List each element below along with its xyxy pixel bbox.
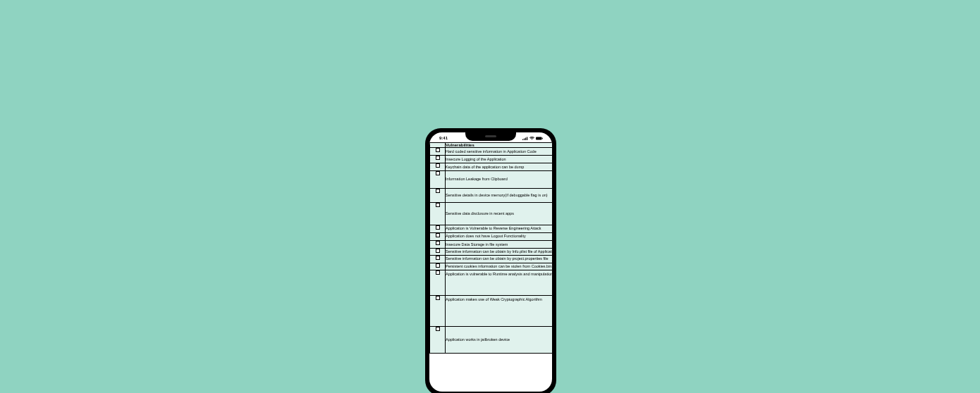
- vulnerabilities-table: Vulnerabilities Hard coded sensitive inf…: [429, 142, 552, 354]
- table-row: Application is Vulnerable to Reverse Eng…: [430, 225, 553, 232]
- battery-icon: [536, 137, 543, 140]
- vulnerability-text: Sensitive details in device memory(if de…: [446, 188, 553, 202]
- table-row: Sensitive data disclosure in recent apps: [430, 202, 553, 225]
- checkbox-cell[interactable]: [430, 148, 446, 156]
- vulnerability-text: Sensitive information can be obtain by p…: [446, 256, 553, 263]
- svg-rect-3: [527, 137, 527, 140]
- checkbox-icon[interactable]: [436, 189, 440, 193]
- checkbox-icon[interactable]: [436, 225, 440, 230]
- vulnerability-text: Sensitive data disclosure in recent apps: [446, 202, 553, 225]
- table-row: Application makes use of Weak Cryptograp…: [430, 295, 553, 326]
- svg-rect-2: [525, 137, 526, 140]
- header-check-col: [430, 143, 446, 148]
- checkbox-cell[interactable]: [430, 256, 446, 263]
- vulnerability-text: Application makes use of Weak Cryptograp…: [446, 295, 553, 326]
- signal-icon: [522, 137, 528, 140]
- vulnerability-text: Keychain data of the application can be …: [446, 163, 553, 171]
- wifi-icon: [529, 137, 534, 140]
- checkbox-cell[interactable]: [430, 171, 446, 188]
- table-header-row: Vulnerabilities: [430, 143, 553, 148]
- checkbox-icon[interactable]: [436, 233, 440, 237]
- checkbox-icon[interactable]: [436, 171, 440, 175]
- vulnerability-text: Information Leakage from Clipboard: [446, 171, 553, 188]
- checkbox-icon[interactable]: [436, 256, 440, 260]
- vulnerability-text: Sensitive information can be obtain by I…: [446, 249, 553, 256]
- svg-rect-5: [542, 137, 543, 139]
- vulnerability-text: Persistent cookies information can be st…: [446, 263, 553, 270]
- phone-frame: 9:41 Vulnerabilities Hard coded sensitiv…: [425, 128, 556, 393]
- vulnerability-text: Application does not have Logout Functio…: [446, 232, 553, 240]
- vulnerability-text: Application works in jailbroken device: [446, 326, 553, 353]
- header-vuln-col: Vulnerabilities: [446, 143, 553, 148]
- checkbox-cell[interactable]: [430, 163, 446, 171]
- checkbox-cell[interactable]: [430, 156, 446, 163]
- checkbox-icon[interactable]: [436, 163, 440, 168]
- checkbox-cell[interactable]: [430, 202, 446, 225]
- table-row: Sensitive information can be obtain by I…: [430, 249, 553, 256]
- table-row: Application does not have Logout Functio…: [430, 232, 553, 240]
- table-row: Sensitive details in device memory(if de…: [430, 188, 553, 202]
- svg-rect-0: [522, 139, 523, 140]
- checkbox-cell[interactable]: [430, 232, 446, 240]
- checkbox-icon[interactable]: [436, 249, 440, 253]
- vulnerability-text: Application is vulnerable to Runtime ana…: [446, 270, 553, 295]
- checkbox-icon[interactable]: [436, 241, 440, 245]
- checkbox-icon[interactable]: [436, 327, 440, 331]
- vulnerability-text: Insecure Data Storage in file system: [446, 241, 553, 249]
- checkbox-icon[interactable]: [436, 263, 440, 268]
- content-area[interactable]: Vulnerabilities Hard coded sensitive inf…: [429, 142, 552, 392]
- table-row: Keychain data of the application can be …: [430, 163, 553, 171]
- checkbox-icon[interactable]: [436, 156, 440, 160]
- phone-notch: [465, 132, 516, 141]
- checkbox-cell[interactable]: [430, 263, 446, 270]
- checkbox-icon[interactable]: [436, 270, 440, 275]
- checkbox-cell[interactable]: [430, 295, 446, 326]
- phone-screen: 9:41 Vulnerabilities Hard coded sensitiv…: [429, 132, 552, 392]
- vulnerability-text: Hard coded sensitive information in Appl…: [446, 148, 553, 156]
- table-row: Application is vulnerable to Runtime ana…: [430, 270, 553, 295]
- svg-rect-4: [536, 137, 542, 139]
- checkbox-icon[interactable]: [436, 148, 440, 152]
- checkbox-cell[interactable]: [430, 249, 446, 256]
- table-row: Application works in jailbroken device: [430, 326, 553, 353]
- table-row: Insecure Logging of the Application: [430, 156, 553, 163]
- status-time: 9:41: [436, 136, 448, 140]
- table-row: Hard coded sensitive information in Appl…: [430, 148, 553, 156]
- checkbox-icon[interactable]: [436, 296, 440, 300]
- table-row: Information Leakage from Clipboard: [430, 171, 553, 188]
- table-row: Sensitive information can be obtain by p…: [430, 256, 553, 263]
- checkbox-cell[interactable]: [430, 270, 446, 295]
- table-row: Persistent cookies information can be st…: [430, 263, 553, 270]
- vulnerability-text: Application is Vulnerable to Reverse Eng…: [446, 225, 553, 232]
- checkbox-cell[interactable]: [430, 225, 446, 232]
- svg-rect-1: [524, 138, 525, 140]
- checkbox-icon[interactable]: [436, 203, 440, 207]
- table-row: Insecure Data Storage in file system: [430, 241, 553, 249]
- phone-speaker: [485, 135, 496, 137]
- vulnerability-text: Insecure Logging of the Application: [446, 156, 553, 163]
- checkbox-cell[interactable]: [430, 326, 446, 353]
- status-icons-group: [522, 137, 545, 140]
- checkbox-cell[interactable]: [430, 188, 446, 202]
- checkbox-cell[interactable]: [430, 241, 446, 249]
